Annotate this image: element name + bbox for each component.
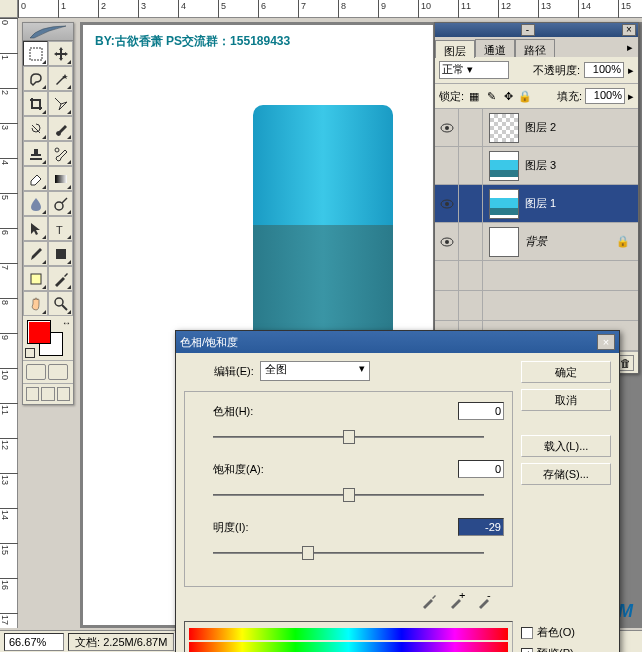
tool-eyedropper[interactable] [48, 266, 73, 291]
fg-color-swatch[interactable] [27, 320, 51, 344]
save-button[interactable]: 存储(S)... [521, 463, 611, 485]
tool-path-select[interactable] [23, 216, 48, 241]
layer-thumbnail[interactable] [489, 151, 519, 181]
tool-stamp[interactable] [23, 141, 48, 166]
hue-handle[interactable] [343, 430, 355, 444]
tool-history-brush[interactable] [48, 141, 73, 166]
hue-input[interactable] [458, 402, 504, 420]
lock-pixels-icon[interactable]: ✎ [484, 89, 498, 103]
ok-button[interactable]: 确定 [521, 361, 611, 383]
tool-marquee[interactable] [23, 41, 48, 66]
fill-arrow-icon[interactable]: ▸ [628, 90, 634, 103]
tool-dodge[interactable] [48, 191, 73, 216]
svg-point-3 [55, 202, 63, 210]
screen-full-button[interactable] [57, 387, 70, 401]
svg-point-11 [445, 202, 449, 206]
panel-titlebar[interactable]: - × [435, 23, 638, 37]
saturation-handle[interactable] [343, 488, 355, 502]
doc-info[interactable]: 文档: 2.25M/6.87M [68, 633, 174, 651]
screen-full-menu-button[interactable] [41, 387, 54, 401]
layer-row[interactable]: 图层 2 [435, 109, 638, 147]
layer-row[interactable]: 背景🔒 [435, 223, 638, 261]
tool-brush[interactable] [48, 116, 73, 141]
layer-thumbnail[interactable] [489, 113, 519, 143]
tool-crop[interactable] [23, 91, 48, 116]
tool-blur[interactable] [23, 191, 48, 216]
tool-eraser[interactable] [23, 166, 48, 191]
tool-lasso[interactable] [23, 66, 48, 91]
lock-label: 锁定: [439, 89, 464, 104]
tab-channels[interactable]: 通道 [475, 39, 515, 57]
tool-pen[interactable] [23, 241, 48, 266]
tool-zoom[interactable] [48, 291, 73, 316]
cancel-button[interactable]: 取消 [521, 389, 611, 411]
screen-standard-button[interactable] [26, 387, 39, 401]
tool-gradient[interactable] [48, 166, 73, 191]
tool-magic-wand[interactable] [48, 66, 73, 91]
colorize-checkbox-row[interactable]: 着色(O) [521, 625, 611, 640]
tool-notes[interactable] [23, 266, 48, 291]
saturation-slider[interactable] [213, 486, 484, 506]
quickmask-row [23, 360, 73, 383]
default-colors-icon[interactable] [25, 348, 35, 358]
dialog-close-button[interactable]: × [597, 334, 615, 350]
visibility-toggle[interactable] [435, 109, 459, 147]
panel-minimize-button[interactable]: - [521, 24, 535, 36]
link-col[interactable] [459, 223, 483, 261]
colorize-label: 着色(O) [537, 625, 575, 640]
eyedropper-subtract-icon[interactable]: - [477, 593, 493, 609]
lock-transparency-icon[interactable]: ▦ [467, 89, 481, 103]
tool-type[interactable]: T [48, 216, 73, 241]
eyedropper-icon[interactable] [421, 593, 437, 609]
lightness-slider[interactable] [213, 544, 484, 564]
tool-move[interactable] [48, 41, 73, 66]
tab-paths[interactable]: 路径 [515, 39, 555, 57]
tool-hand[interactable] [23, 291, 48, 316]
quickmask-mode-button[interactable] [48, 364, 68, 380]
opacity-arrow-icon[interactable]: ▸ [628, 64, 634, 77]
svg-text:T: T [56, 224, 63, 236]
panel-close-button[interactable]: × [622, 24, 636, 36]
svg-point-13 [445, 240, 449, 244]
lightness-input[interactable] [458, 518, 504, 536]
lightness-handle[interactable] [302, 546, 314, 560]
svg-rect-5 [56, 249, 66, 259]
blend-mode-select[interactable]: 正常 ▾ [439, 61, 509, 79]
layer-row[interactable]: 图层 3 [435, 147, 638, 185]
lock-position-icon[interactable]: ✥ [501, 89, 515, 103]
panel-menu-button[interactable]: ▸ [622, 37, 638, 57]
edit-select[interactable]: 全图 ▾ [260, 361, 370, 381]
layer-row[interactable]: 图层 1 [435, 185, 638, 223]
zoom-input[interactable]: 66.67% [4, 633, 64, 651]
saturation-input[interactable] [458, 460, 504, 478]
fill-input[interactable]: 100% [585, 88, 625, 104]
tool-shape[interactable] [48, 241, 73, 266]
hue-slider[interactable] [213, 428, 484, 448]
standard-mode-button[interactable] [26, 364, 46, 380]
opacity-input[interactable]: 100% [584, 62, 624, 78]
watermark-text: BY:古欲香萧 PS交流群：155189433 [95, 33, 290, 50]
toolbox-header[interactable] [23, 23, 73, 41]
eyedropper-add-icon[interactable]: + [449, 593, 465, 609]
link-col[interactable] [459, 109, 483, 147]
colorize-checkbox[interactable] [521, 627, 533, 639]
tool-heal[interactable] [23, 116, 48, 141]
layer-thumbnail[interactable] [489, 189, 519, 219]
load-button[interactable]: 载入(L)... [521, 435, 611, 457]
tool-slice[interactable] [48, 91, 73, 116]
fill-value: 100% [594, 89, 622, 101]
dialog-titlebar[interactable]: 色相/饱和度 × [176, 331, 619, 353]
visibility-toggle[interactable] [435, 223, 459, 261]
preview-checkbox[interactable]: ✓ [521, 648, 533, 653]
link-col[interactable] [459, 147, 483, 185]
tab-layers[interactable]: 图层 [435, 40, 475, 58]
visibility-toggle[interactable] [435, 147, 459, 185]
lightness-label: 明度(I): [193, 520, 283, 535]
lock-all-icon[interactable]: 🔒 [518, 89, 532, 103]
link-col[interactable] [459, 185, 483, 223]
swap-colors-icon[interactable]: ↔ [62, 318, 71, 328]
svg-text:-: - [487, 593, 491, 601]
layer-thumbnail[interactable] [489, 227, 519, 257]
visibility-toggle[interactable] [435, 185, 459, 223]
preview-checkbox-row[interactable]: ✓ 预览(P) [521, 646, 611, 652]
